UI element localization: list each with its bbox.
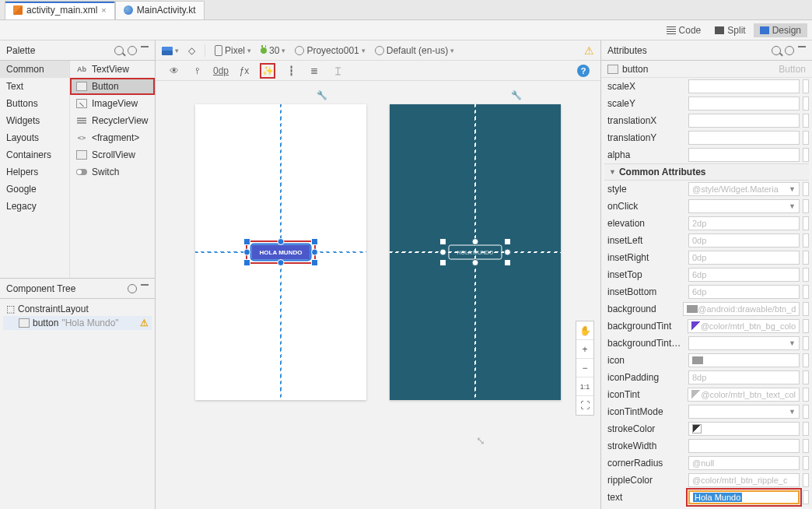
attr-input-background[interactable]: @android:drawable/btn_d [683,302,800,316]
attr-input-icontint[interactable]: @color/mtrl_btn_text_col [688,388,800,402]
attr-input-iconpadding[interactable]: 8dp [688,370,800,384]
clear-constraints-button[interactable]: ƒx [236,63,252,79]
tab-activity-main[interactable]: activity_main.xml × [5,1,115,19]
zoom-fit-button[interactable]: 1:1 [576,377,593,396]
zoom-in-button[interactable]: + [576,340,593,359]
handle[interactable] [472,259,479,266]
palette-cat-text[interactable]: Text [0,78,69,95]
design-surface[interactable]: HOLA MUNDO [195,104,366,400]
autoconnect-button[interactable]: ⫯ [190,63,205,79]
attr-input-strokecolor[interactable] [688,422,800,436]
gear-icon[interactable] [128,46,137,55]
palette-cat-containers[interactable]: Containers [0,146,69,163]
palette-cat-common[interactable]: Common [0,61,69,78]
handle[interactable] [311,259,318,266]
default-margin[interactable]: 0dp [213,63,229,79]
blueprint-surface[interactable]: HOLA MUNDO [390,104,561,400]
chevron-down-icon[interactable]: ▼ [789,408,796,416]
device-selector[interactable]: Pixel▾ [215,45,251,56]
design-canvas[interactable]: 🔧 HOLA MUNDO [156,81,600,509]
search-icon[interactable] [772,46,781,55]
zoom-actual-button[interactable]: ⛶ [576,396,593,415]
handle[interactable] [439,238,446,245]
attr-input-scaley[interactable] [688,97,800,111]
warning-icon[interactable]: ⚠ [584,44,594,57]
chevron-down-icon[interactable]: ▼ [789,202,796,210]
view-code[interactable]: Code [660,23,708,37]
zoom-out-button[interactable]: − [576,359,593,377]
palette-item-switch[interactable]: Switch [70,163,155,181]
attr-input-translationx[interactable] [688,114,800,128]
attr-input-alpha[interactable] [688,148,800,162]
palette-item-button[interactable]: Button [70,78,155,95]
gear-icon[interactable] [128,284,137,293]
handle[interactable] [311,249,318,256]
palette-cat-buttons[interactable]: Buttons [0,95,69,112]
handle[interactable] [243,238,250,245]
attr-input-elevation[interactable]: 2dp [688,216,800,230]
palette-item-textview[interactable]: AbTextView [70,61,155,78]
ctree-button[interactable]: button "Hola Mundo" ⚠ [3,316,152,330]
gear-icon[interactable] [785,46,794,55]
chevron-down-icon[interactable]: ▼ [789,339,796,347]
palette-item-recyclerview[interactable]: RecyclerView [70,112,155,129]
attr-input-backgroundtint[interactable]: @color/mtrl_btn_bg_colo [688,319,800,333]
attr-section-common[interactable]: ▼Common Attributes [604,163,809,181]
collapse-icon[interactable] [141,284,149,286]
attr-input-icontintmode[interactable]: ▼ [688,405,800,419]
orientation-button[interactable]: ◇ [188,45,195,56]
attr-input-backgroundtintmode[interactable]: ▼ [688,336,800,350]
attr-input-insetright[interactable]: 0dp [688,251,800,265]
resize-grip-icon[interactable]: ⤡ [476,434,485,447]
pack-button[interactable]: ⌶ [330,63,345,79]
handle[interactable] [439,249,446,256]
view-split[interactable]: Split [709,23,751,37]
palette-cat-widgets[interactable]: Widgets [0,112,69,129]
palette-cat-legacy[interactable]: Legacy [0,198,69,215]
ctree-root[interactable]: ⬚ ConstraintLayout [3,302,152,316]
search-icon[interactable] [114,46,124,55]
tools-icon[interactable]: 🔧 [511,90,522,100]
handle[interactable] [504,249,511,256]
view-options-button[interactable]: 👁 [166,63,182,79]
attr-input-onclick[interactable]: ▼ [688,199,800,213]
handle[interactable] [278,259,285,266]
tab-mainactivity[interactable]: MainActivity.kt [115,1,205,19]
palette-cat-helpers[interactable]: Helpers [0,163,69,181]
color-picker-icon[interactable] [692,424,702,434]
handle[interactable] [243,249,250,256]
close-icon[interactable]: × [101,5,106,15]
palette-cat-google[interactable]: Google [0,181,69,198]
attr-input-insetleft[interactable]: 0dp [688,233,800,247]
attr-input-translationy[interactable] [688,131,800,145]
attr-input-insetbottom[interactable]: 6dp [688,285,800,299]
palette-item-fragment[interactable]: <><fragment> [70,129,155,146]
attr-input-text[interactable]: Hola Mundo [688,490,800,504]
palette-item-scrollview[interactable]: ScrollView [70,146,155,163]
attr-input-style[interactable]: @style/Widget.Materia▼ [688,182,800,196]
chevron-down-icon[interactable]: ▼ [789,185,796,193]
collapse-icon[interactable] [141,46,149,47]
locale-selector[interactable]: Default (en-us)▾ [375,45,454,56]
infer-constraints-button[interactable]: ✨ [260,63,275,79]
attr-input-strokewidth[interactable] [688,439,800,453]
handle[interactable] [472,238,479,245]
handle[interactable] [439,259,446,266]
help-icon[interactable]: ? [577,65,590,77]
attributes-list[interactable]: scaleX scaleY translationX translationY … [601,78,812,509]
guidelines-button[interactable]: ┇ [283,63,299,79]
attr-input-insettop[interactable]: 6dp [688,268,800,282]
align-button[interactable]: ≣ [306,63,322,79]
view-design[interactable]: Design [754,23,807,37]
api-selector[interactable]: 30▾ [261,45,285,56]
handle[interactable] [504,259,511,266]
palette-item-imageview[interactable]: ImageView [70,95,155,112]
pan-button[interactable]: ✋ [576,321,593,340]
handle[interactable] [311,238,318,245]
theme-selector[interactable]: Proyecto001▾ [295,45,365,56]
handle[interactable] [504,238,511,245]
collapse-icon[interactable] [798,46,806,47]
attr-input-cornerradius[interactable]: @null [688,456,800,470]
attr-input-scalex[interactable] [688,79,800,93]
handle[interactable] [243,259,250,266]
